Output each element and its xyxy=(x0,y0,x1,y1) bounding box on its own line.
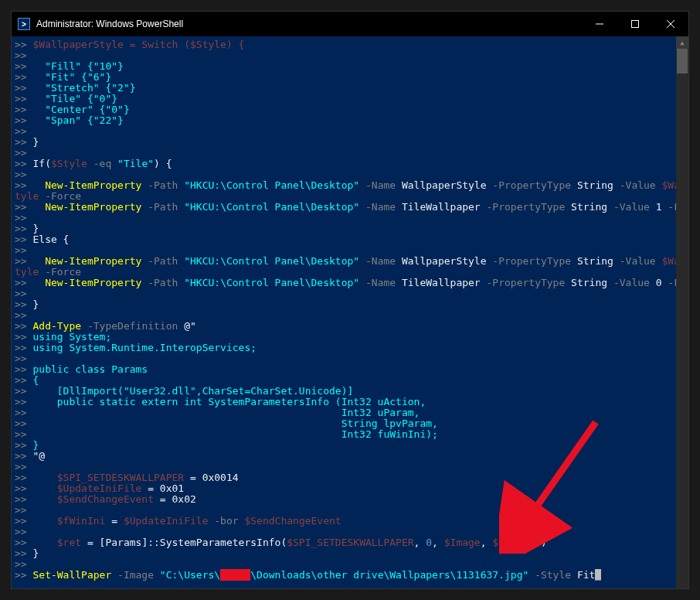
minimize-button[interactable] xyxy=(582,12,617,36)
window-control-buttons xyxy=(582,12,688,36)
maximize-button[interactable] xyxy=(617,12,653,36)
terminal-content[interactable]: >> $WallpaperStyle = Switch ($Style) { >… xyxy=(12,36,676,588)
close-button[interactable] xyxy=(653,12,688,36)
scrollbar[interactable]: ▲ xyxy=(676,36,688,588)
powershell-icon: > xyxy=(18,18,30,30)
scroll-up-button[interactable]: ▲ xyxy=(676,36,688,49)
scroll-thumb[interactable] xyxy=(677,49,688,73)
titlebar[interactable]: > Administrator: Windows PowerShell xyxy=(12,12,688,36)
window-title: Administrator: Windows PowerShell xyxy=(36,19,582,29)
redacted-username xyxy=(220,569,250,581)
powershell-window: > Administrator: Windows PowerShell >> $… xyxy=(11,11,689,589)
cursor: _ xyxy=(595,569,601,581)
terminal-wrapper: >> $WallpaperStyle = Switch ($Style) { >… xyxy=(12,36,688,588)
svg-rect-1 xyxy=(632,21,639,28)
